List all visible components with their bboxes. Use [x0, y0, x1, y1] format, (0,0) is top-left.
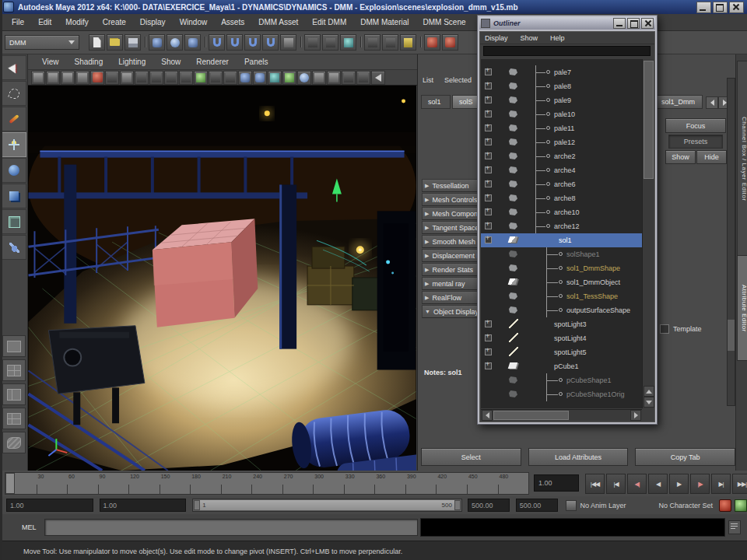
snap-to-points-icon[interactable] [244, 34, 261, 51]
select-camera-icon[interactable] [31, 71, 45, 85]
outliner-row[interactable]: arche2 [481, 149, 642, 163]
select-tool[interactable] [2, 55, 26, 80]
motion-blur-icon[interactable] [327, 71, 341, 85]
isolate-select-icon[interactable] [342, 71, 356, 85]
paint-select-tool[interactable] [2, 107, 26, 131]
outliner-row[interactable]: pale9 [481, 93, 642, 107]
safe-action-icon[interactable] [194, 71, 208, 85]
separator[interactable] [358, 34, 363, 49]
expand-toggle-icon[interactable] [485, 124, 492, 131]
play-forwards-button[interactable]: ▶ [669, 474, 689, 494]
soft-mod-tool[interactable] [2, 235, 26, 260]
shadows-mode-icon[interactable] [297, 71, 311, 85]
node-label[interactable]: arche6 [554, 180, 576, 188]
ae-menu-item[interactable]: Selected [444, 76, 472, 84]
ipr-render-icon[interactable] [382, 34, 398, 51]
outliner-row[interactable]: pCube1 [481, 359, 642, 373]
grease-pencil-icon[interactable] [120, 71, 134, 85]
node-label[interactable]: pale12 [554, 138, 575, 146]
menubar-item[interactable]: Display [133, 14, 173, 31]
scrollbar-thumb[interactable] [644, 61, 654, 179]
ae-tab-selected[interactable]: solS [452, 95, 479, 109]
ae-tab-sol1[interactable]: sol1 [421, 95, 451, 109]
ae-menu-item[interactable]: List [423, 76, 433, 84]
layout-single-pane[interactable] [2, 335, 26, 357]
new-scene-icon[interactable] [89, 34, 105, 51]
expand-toggle-icon[interactable] [485, 82, 492, 89]
playback-end-field[interactable]: 500.00 [468, 499, 510, 512]
resolution-gate-icon[interactable] [149, 71, 163, 85]
scrollbar-thumb[interactable] [493, 411, 569, 420]
minimize-button[interactable] [696, 2, 711, 13]
snap-to-curves-icon[interactable] [226, 34, 243, 51]
ae-footer-button[interactable]: Select [421, 448, 521, 466]
scroll-down-icon[interactable] [644, 397, 654, 408]
node-label[interactable]: arche4 [554, 166, 576, 174]
menubar-item[interactable]: Modify [58, 14, 95, 31]
viewport-menu-item[interactable]: Panels [237, 58, 276, 66]
focus-button[interactable]: Focus [665, 118, 726, 133]
expand-toggle-icon[interactable] [485, 68, 492, 75]
outliner-row[interactable]: spotLight4 [481, 331, 642, 345]
animation-preferences-icon[interactable] [735, 499, 747, 512]
outliner-window[interactable]: Outliner DisplayShowHelp pale [477, 15, 658, 425]
menubar-item[interactable]: Edit [31, 14, 58, 31]
node-label[interactable]: sol1_DmmObject [566, 278, 620, 286]
outliner-row[interactable]: arche10 [481, 205, 642, 219]
scroll-up-icon[interactable] [644, 386, 654, 397]
close-button[interactable] [729, 2, 744, 13]
outliner-row[interactable]: arche6 [481, 177, 642, 191]
expand-toggle-icon[interactable] [485, 194, 492, 201]
outliner-maximize-button[interactable] [627, 18, 640, 29]
range-end-handle[interactable] [454, 500, 461, 510]
node-label[interactable]: sol1_DmmShape [566, 264, 620, 272]
lock-camera-icon[interactable] [46, 71, 60, 85]
command-language-toggle[interactable]: MEL [22, 523, 37, 531]
node-label[interactable]: pale9 [554, 96, 571, 104]
outliner-row[interactable]: spotLight3 [481, 317, 642, 331]
node-label[interactable]: sol1_TessShape [566, 292, 618, 300]
menubar-item[interactable]: Create [96, 14, 133, 31]
layout-four-pane[interactable] [2, 359, 26, 381]
make-live-icon[interactable] [280, 34, 296, 51]
lasso-select-tool[interactable] [2, 81, 26, 106]
expand-toggle-icon[interactable] [485, 236, 492, 243]
range-slider-bar[interactable] [194, 500, 461, 510]
tab-attribute-editor[interactable]: Attribute Editor [737, 255, 747, 361]
menubar-item[interactable]: File [5, 14, 31, 31]
save-scene-icon[interactable] [124, 34, 141, 51]
auto-keyframe-icon[interactable] [719, 499, 731, 512]
node-label[interactable]: spotLight3 [554, 320, 587, 328]
node-label[interactable]: spotLight4 [554, 334, 587, 342]
timeline-ticks[interactable]: 0306090120150180210240270300330360390420… [5, 472, 529, 495]
anim-layer-menu-icon[interactable] [566, 500, 577, 511]
node-label[interactable]: arche10 [554, 208, 580, 216]
step-back-frame-button[interactable]: |◀ [606, 474, 626, 494]
node-label[interactable]: pCube1 [554, 362, 579, 370]
menubar-item[interactable]: DMM Scene [416, 14, 472, 31]
input-connections-icon[interactable] [304, 34, 321, 51]
ae-tab-sol1-dmm[interactable]: sol1_Dmm [654, 95, 703, 109]
expand-toggle-icon[interactable] [485, 362, 492, 369]
output-connections-icon[interactable] [322, 34, 338, 51]
separator[interactable] [418, 34, 423, 49]
node-label[interactable]: pale8 [554, 82, 571, 90]
outliner-row[interactable]: sol1 [481, 233, 642, 247]
outliner-row[interactable]: outputSurfaceShape [481, 303, 642, 317]
construction-history-icon[interactable] [340, 34, 356, 51]
viewport-menu-item[interactable]: Show [153, 58, 188, 66]
go-to-end-button[interactable]: ▶▶| [732, 474, 747, 494]
dmm-tool-icon[interactable] [424, 34, 440, 51]
safe-title-icon[interactable] [209, 71, 223, 85]
step-forward-key-button[interactable]: |▶ [690, 474, 710, 494]
scene-3d-view[interactable] [28, 86, 416, 471]
expand-toggle-icon[interactable] [485, 222, 492, 229]
animation-start-field[interactable]: 1.00 [6, 499, 93, 512]
separator[interactable] [298, 34, 303, 49]
move-tool[interactable] [2, 132, 26, 157]
node-label[interactable]: arche2 [554, 152, 576, 160]
play-backwards-button[interactable]: ◀ [648, 474, 668, 494]
hide-button[interactable]: Hide [696, 150, 727, 164]
ao-mode-icon[interactable] [312, 71, 326, 85]
outliner-row[interactable]: solShape1 [481, 247, 642, 261]
